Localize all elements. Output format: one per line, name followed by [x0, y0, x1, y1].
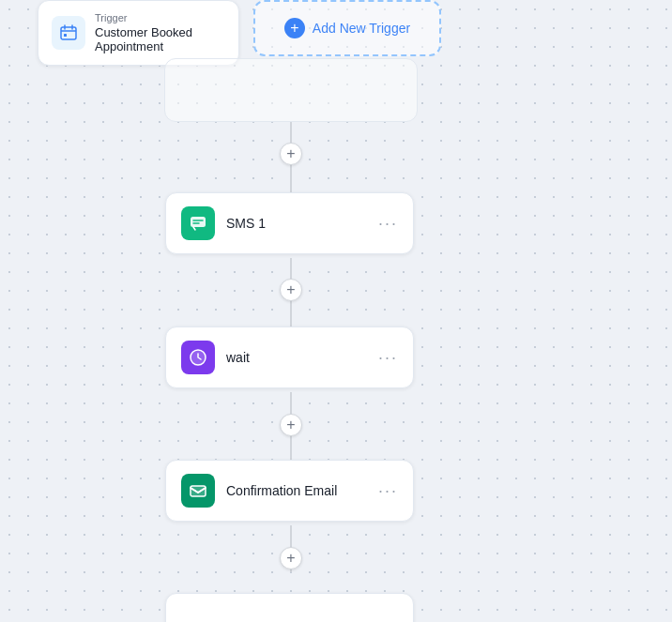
add-plus-icon: + — [284, 18, 305, 38]
svg-rect-0 — [61, 27, 76, 39]
trigger-card[interactable]: Trigger Customer Booked Appointment — [38, 0, 239, 66]
chat-icon — [189, 214, 207, 233]
add-step-button-1[interactable]: + — [280, 143, 302, 165]
envelope-icon — [189, 481, 207, 500]
trigger-label: Trigger — [95, 12, 225, 23]
next-card-hint — [165, 593, 414, 622]
sms1-card[interactable]: SMS 1 ··· — [165, 192, 414, 254]
trigger-icon — [52, 16, 85, 50]
sms1-label: SMS 1 — [226, 216, 378, 231]
confirmation-email-label: Confirmation Email — [226, 483, 378, 498]
confirmation-email-menu[interactable]: ··· — [378, 482, 398, 499]
wait-label: wait — [226, 350, 378, 365]
wait-icon — [181, 341, 215, 374]
sms-icon — [181, 206, 215, 240]
sms1-menu[interactable]: ··· — [378, 215, 398, 232]
add-step-button-4[interactable]: + — [280, 547, 302, 569]
add-trigger-label: Add New Trigger — [313, 21, 410, 36]
add-step-button-3[interactable]: + — [280, 414, 302, 436]
add-trigger-inner: + Add New Trigger — [284, 18, 410, 38]
wait-menu[interactable]: ··· — [378, 349, 398, 366]
add-trigger-button[interactable]: + Add New Trigger — [253, 0, 441, 56]
clock-icon — [189, 348, 207, 367]
calendar-icon — [59, 23, 78, 42]
trigger-subtitle: Customer Booked Appointment — [95, 25, 225, 53]
email-icon — [181, 474, 215, 508]
flow-connector-box — [164, 58, 418, 122]
trigger-text-group: Trigger Customer Booked Appointment — [95, 12, 225, 53]
add-step-button-2[interactable]: + — [280, 279, 302, 301]
wait-card[interactable]: wait ··· — [165, 326, 414, 388]
svg-rect-1 — [64, 34, 67, 37]
svg-rect-5 — [191, 486, 206, 496]
confirmation-email-card[interactable]: Confirmation Email ··· — [165, 460, 414, 522]
svg-rect-2 — [191, 217, 206, 227]
